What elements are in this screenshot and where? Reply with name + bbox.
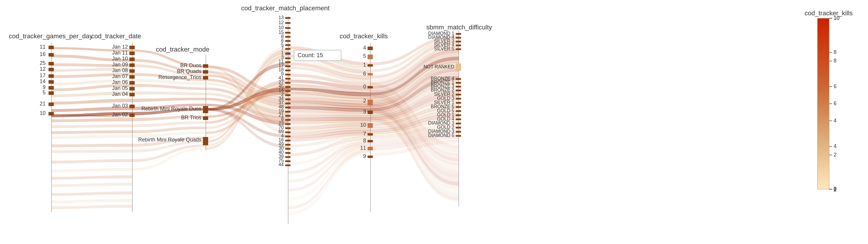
tick-kills-1: 1: [363, 62, 366, 68]
tick-jan03: Jan 03: [112, 103, 128, 109]
colorbar-t6: 6: [834, 83, 837, 89]
colorbar-t2: 2: [834, 152, 837, 158]
node-pl-21: [285, 115, 290, 117]
tick-mode-brduos: BR Duos: [180, 62, 202, 69]
node-pl-69: [285, 131, 290, 133]
node-mode-brtrios: [203, 116, 208, 120]
colorbar-tick-6: 6: [834, 101, 837, 106]
tick-gpd-16: 16: [40, 51, 45, 57]
colorbar-title: cod_tracker_kills: [805, 9, 853, 17]
node-pl-15: [285, 32, 290, 34]
node-diff-silver3: [456, 40, 461, 43]
node-diff-bronze1: [456, 82, 461, 84]
node-kills-11: [368, 147, 373, 150]
node-pl-23: [285, 123, 290, 125]
node-pl-41: [285, 78, 290, 80]
node-date-jan10: [129, 57, 135, 61]
node-pl-39: [285, 156, 290, 158]
node-pl-75: [285, 160, 290, 162]
colorbar-t0: 0: [834, 186, 837, 192]
colorbar-tick-8: 8: [834, 58, 837, 64]
node-mode-rebirthminiduosquads: [203, 137, 208, 145]
node-mode-brquads: [203, 70, 208, 74]
tick-gpd-21: 21: [40, 101, 45, 107]
axis-label-mode: cod_tracker_mode: [156, 46, 209, 53]
tick-kills-10: 10: [360, 122, 366, 128]
node-gpd-21: [49, 103, 54, 106]
tick-gpd-25: 25: [40, 60, 45, 66]
node-kills-9: [368, 156, 373, 158]
node-date-jan04: [129, 93, 135, 97]
node-pl-12: [285, 22, 290, 24]
node-gpd-10: [49, 112, 54, 115]
node-date-jan08: [129, 69, 135, 73]
node-pl-30: [285, 148, 290, 150]
tick-gpd-14: 14: [40, 78, 45, 84]
tick-jan02: Jan 02: [112, 112, 128, 117]
node-date-jan09: [129, 63, 135, 67]
node-pl-18: [285, 70, 290, 71]
tick-jan10: Jan 10: [112, 56, 128, 61]
node-pl-49: [285, 144, 290, 145]
tick-jan04: Jan 04: [112, 91, 128, 97]
tick-pl-44: 44: [278, 162, 284, 167]
axis-label-date: cod_tracker_date: [91, 32, 141, 40]
axis-label-kills: cod_tracker_kills: [340, 32, 388, 40]
tooltip-text: Count: 15: [298, 52, 323, 58]
node-pl-40: [285, 152, 290, 154]
node-kills-7: [368, 133, 373, 136]
axis-label-difficulty: sbmm_match_difficulty: [426, 24, 492, 31]
tick-kills-11: 11: [360, 145, 366, 151]
node-diff-bronze3: [456, 86, 461, 87]
node-pl-8: [285, 36, 290, 38]
node-date-jan03: [129, 105, 135, 108]
node-gpd-9: [49, 86, 54, 89]
tick-gpd-9: 9: [43, 84, 45, 90]
tick-kills-8: 8: [363, 138, 366, 143]
node-pl-48: [285, 107, 290, 108]
node-date-jan05: [129, 87, 135, 90]
node-mode-restrios: [203, 76, 208, 80]
tick-diff-notranked: NOT RANKED: [424, 64, 454, 69]
node-pl-9: [285, 74, 290, 76]
node-pl-19: [285, 111, 290, 113]
tick-pl-13: 13: [278, 15, 284, 20]
node-pl-3: [285, 57, 290, 59]
axis-label-games-per-day: cod_tracker_games_per_day: [9, 32, 93, 40]
tick-diff-silver5: SILVER 5: [434, 46, 454, 51]
tick-gpd-5: 5: [43, 89, 45, 96]
node-pl-44: [285, 164, 290, 166]
node-diff-bronze4: [456, 78, 461, 80]
node-diff-gold1: [456, 114, 461, 116]
node-pl-8b: [285, 119, 290, 121]
node-mode-brduos: [203, 64, 208, 68]
tick-jan07: Jan 07: [112, 73, 128, 79]
node-gpd-16: [49, 53, 54, 57]
tick-kills-0: 0: [363, 84, 366, 89]
tick-jan09: Jan 09: [112, 61, 128, 67]
node-diff-diamond5: [456, 135, 461, 137]
tick-jan06: Jan 06: [112, 79, 128, 85]
node-pl-37: [285, 103, 290, 104]
node-date-jan02: [129, 113, 135, 117]
tick-gpd-10: 10: [40, 110, 45, 116]
node-diff-diamond1: [456, 33, 461, 35]
axis-label-placement: cod_tracker_match_placement: [241, 4, 330, 12]
node-diff-gold5: [456, 110, 461, 112]
node-kills-4: [368, 47, 373, 50]
tick-kills-3: 3: [363, 109, 366, 115]
node-gpd-11: [49, 46, 54, 49]
colorbar-t4: 4: [834, 117, 837, 124]
node-diff-diamond3: [456, 127, 461, 129]
tick-mode-brquads: BR Quads: [177, 69, 202, 74]
node-kills-0: [368, 86, 373, 88]
colorbar-t10: 10: [834, 15, 839, 21]
node-pl-6: [285, 40, 290, 42]
tick-gpd-11: 11: [40, 44, 45, 50]
tick-kills-5: 5: [363, 53, 366, 59]
tick-mode-rebirthminiduos: Rebirth Mini Royale Duos: [142, 106, 202, 112]
node-date-jan12: [129, 46, 135, 49]
node-pl-14: [285, 90, 290, 92]
node-pl-10: [285, 27, 290, 29]
node-gpd-25: [49, 62, 54, 65]
